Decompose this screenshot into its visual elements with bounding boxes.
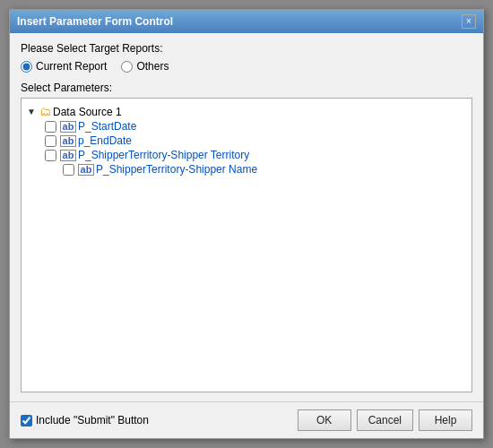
- param-icon-enddate: ab: [60, 135, 76, 147]
- checkbox-startdate[interactable]: [45, 121, 56, 133]
- tree-item-datasource: ▼ 🗂 Data Source 1 ab P_StartDate: [25, 104, 468, 177]
- select-params-label: Select Parameters:: [21, 82, 472, 94]
- tree-root: ▼ 🗂 Data Source 1 ab P_StartDate: [25, 104, 468, 177]
- checkbox-shippername[interactable]: [63, 164, 74, 176]
- ok-button[interactable]: OK: [298, 409, 351, 431]
- tree-row-shippername: ab P_ShipperTerritory-Shipper Name: [61, 162, 468, 177]
- radio-group-target: Current Report Others: [21, 60, 472, 73]
- button-group: OK Cancel Help: [298, 409, 472, 431]
- tree-toggle-datasource[interactable]: ▼: [27, 107, 38, 116]
- tree-row-enddate: ab p_EndDate: [43, 134, 468, 148]
- checkbox-enddate[interactable]: [45, 135, 56, 147]
- tree-item-enddate: ab p_EndDate: [43, 134, 468, 148]
- help-button[interactable]: Help: [419, 409, 472, 431]
- close-button[interactable]: ×: [462, 14, 476, 29]
- param-icon-shipperterritory: ab: [60, 150, 76, 161]
- radio-current-report[interactable]: Current Report: [21, 60, 107, 73]
- tree-item-shippername: ab P_ShipperTerritory-Shipper Name: [61, 162, 468, 177]
- tree-item-startdate: ab P_StartDate: [43, 119, 468, 134]
- radio-others-label: Others: [136, 60, 169, 73]
- radio-current-label: Current Report: [36, 60, 107, 73]
- footer-bar: Include "Submit" Button OK Cancel Help: [10, 401, 483, 438]
- label-startdate: P_StartDate: [78, 120, 136, 133]
- dialog-title: Insert Parameter Form Control: [17, 15, 173, 28]
- submit-checkbox-row: Include "Submit" Button: [21, 414, 149, 426]
- tree-row-shipperterritory: ab P_ShipperTerritory-Shipper Territory: [43, 148, 468, 162]
- sub-children-shipper: ab P_ShipperTerritory-Shipper Name: [61, 162, 468, 177]
- submit-button-checkbox[interactable]: [21, 415, 32, 426]
- radio-input-others[interactable]: [121, 61, 133, 73]
- dialog-content: Please Select Target Reports: Current Re…: [10, 33, 483, 401]
- target-reports-label: Please Select Target Reports:: [21, 42, 472, 55]
- cancel-button[interactable]: Cancel: [357, 409, 413, 431]
- tree-children: ab P_StartDate ab p_EndDate: [43, 119, 468, 177]
- label-enddate: p_EndDate: [78, 134, 132, 147]
- radio-others[interactable]: Others: [121, 60, 169, 73]
- checkbox-shipperterritory[interactable]: [45, 150, 56, 161]
- dialog: Insert Parameter Form Control × Please S…: [9, 9, 484, 439]
- params-tree-container: ▼ 🗂 Data Source 1 ab P_StartDate: [21, 98, 472, 392]
- tree-row-datasource: ▼ 🗂 Data Source 1: [25, 104, 468, 119]
- folder-icon-datasource: 🗂: [39, 105, 51, 118]
- tree-item-shipperterritory: ab P_ShipperTerritory-Shipper Territory …: [43, 148, 468, 177]
- label-shippername: P_ShipperTerritory-Shipper Name: [96, 163, 257, 176]
- tree-row-startdate: ab P_StartDate: [43, 119, 468, 134]
- title-bar: Insert Parameter Form Control ×: [10, 10, 483, 33]
- label-shipperterritory: P_ShipperTerritory-Shipper Territory: [78, 149, 249, 161]
- param-icon-startdate: ab: [60, 121, 76, 133]
- radio-input-current[interactable]: [21, 61, 32, 73]
- submit-button-label: Include "Submit" Button: [36, 414, 149, 426]
- datasource-label: Data Source 1: [53, 106, 122, 118]
- param-icon-shippername: ab: [78, 164, 94, 176]
